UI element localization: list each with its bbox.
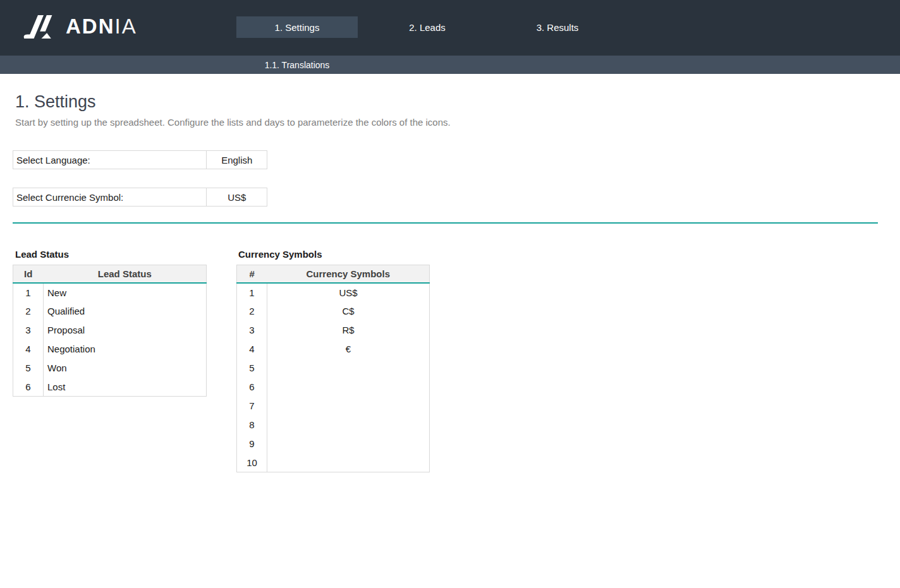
brand-logo: ADNIA (21, 13, 137, 40)
table-cell[interactable]: € (267, 340, 430, 359)
currency-header-label: Currency Symbols (267, 265, 430, 283)
lead-status-table-title: Lead Status (15, 249, 69, 260)
page-subtitle: Start by setting up the spreadsheet. Con… (15, 117, 451, 128)
currency-table: # Currency Symbols 1US$2C$3R$4€5678910 (236, 265, 430, 472)
adnia-logo-icon (21, 13, 56, 40)
table-cell[interactable]: 3 (237, 321, 267, 340)
language-select[interactable]: English (206, 151, 267, 169)
table-row: 10 (237, 453, 430, 472)
table-cell[interactable]: Proposal (44, 321, 207, 340)
table-cell[interactable]: R$ (267, 321, 430, 340)
table-cell[interactable]: C$ (267, 302, 430, 321)
table-cell[interactable]: Qualified (44, 302, 207, 321)
table-row: 3R$ (237, 321, 430, 340)
tab-leads[interactable]: 2. Leads (367, 16, 488, 38)
table-cell[interactable]: Lost (44, 378, 207, 397)
table-row: 8 (237, 416, 430, 435)
lead-status-header-row: Id Lead Status (13, 265, 207, 283)
table-cell[interactable] (267, 435, 430, 453)
tab-results[interactable]: 3. Results (497, 16, 618, 38)
page-title: 1. Settings (15, 92, 96, 112)
table-row: 1US$ (237, 283, 430, 302)
table-cell[interactable]: 5 (237, 359, 267, 378)
table-cell[interactable] (267, 359, 430, 378)
table-cell[interactable]: 1 (237, 283, 267, 302)
lead-status-header-id: Id (13, 265, 44, 283)
table-cell[interactable] (267, 397, 430, 416)
section-divider (13, 222, 878, 224)
table-cell[interactable] (267, 378, 430, 397)
table-row: 5 (237, 359, 430, 378)
table-cell[interactable]: 1 (13, 283, 44, 302)
table-cell[interactable]: US$ (267, 283, 430, 302)
sub-nav-bar: 1.1. Translations (0, 56, 900, 74)
table-row: 1New (13, 283, 207, 302)
table-cell[interactable]: 8 (237, 416, 267, 435)
table-cell[interactable]: 7 (237, 397, 267, 416)
table-cell[interactable]: 5 (13, 359, 44, 378)
app-header: ADNIA 1. Settings 2. Leads 3. Results (0, 0, 900, 56)
table-cell[interactable]: 2 (237, 302, 267, 321)
currency-header-row: # Currency Symbols (237, 265, 430, 283)
table-cell[interactable]: 6 (237, 378, 267, 397)
table-cell[interactable]: 6 (13, 378, 44, 397)
table-row: 4Negotiation (13, 340, 207, 359)
brand-name: ADNIA (66, 13, 137, 40)
table-cell[interactable]: New (44, 283, 207, 302)
currency-select[interactable]: US$ (206, 188, 267, 206)
table-cell[interactable]: 3 (13, 321, 44, 340)
table-cell[interactable]: Negotiation (44, 340, 207, 359)
table-cell[interactable]: 10 (237, 453, 267, 472)
table-row: 5Won (13, 359, 207, 378)
table-row: 7 (237, 397, 430, 416)
subtab-translations[interactable]: 1.1. Translations (236, 56, 358, 74)
table-row: 4€ (237, 340, 430, 359)
table-row: 6 (237, 378, 430, 397)
table-row: 9 (237, 435, 430, 453)
table-row: 6Lost (13, 378, 207, 397)
language-field: Select Language: English (13, 150, 267, 169)
table-cell[interactable] (267, 453, 430, 472)
table-cell[interactable]: 9 (237, 435, 267, 453)
table-row: 3Proposal (13, 321, 207, 340)
table-row: 2C$ (237, 302, 430, 321)
language-field-label: Select Language: (13, 151, 206, 169)
table-row: 2Qualified (13, 302, 207, 321)
table-cell[interactable] (267, 416, 430, 435)
table-cell[interactable]: 4 (13, 340, 44, 359)
main-nav: 1. Settings 2. Leads 3. Results (236, 16, 618, 38)
table-cell[interactable]: 4 (237, 340, 267, 359)
lead-status-table: Id Lead Status 1New2Qualified3Proposal4N… (13, 265, 207, 397)
currency-header-number: # (237, 265, 267, 283)
table-cell[interactable]: 2 (13, 302, 44, 321)
lead-status-header-label: Lead Status (44, 265, 207, 283)
table-cell[interactable]: Won (44, 359, 207, 378)
tab-settings[interactable]: 1. Settings (236, 16, 358, 38)
currency-table-title: Currency Symbols (238, 249, 322, 260)
currency-field: Select Currencie Symbol: US$ (13, 188, 267, 207)
currency-field-label: Select Currencie Symbol: (13, 188, 206, 206)
